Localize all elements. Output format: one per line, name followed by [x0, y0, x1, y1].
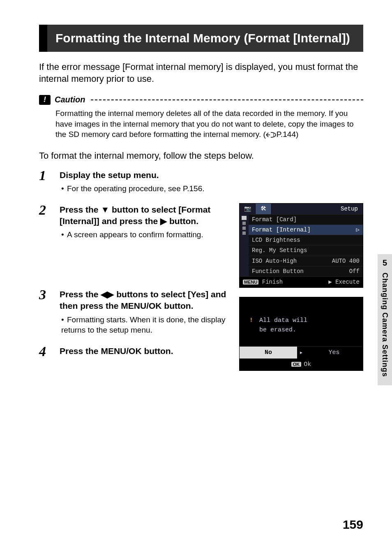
camera-lcd-setup-menu: 📷 🛠 Setup Format [Card] Format [Internal… [239, 203, 363, 288]
lcd-menu-label: LCD Brightness [252, 236, 300, 244]
step-sub: •For the operating procedure, see P.156. [60, 183, 363, 194]
lcd-ok-label: Ok [304, 361, 311, 368]
caution-header: ! Caution [39, 95, 363, 105]
caution-divider [91, 99, 363, 100]
step-2-row: 2 Press the ▼ button to select [Format [… [39, 203, 363, 288]
right-arrow-icon: ▶ [160, 216, 167, 226]
lcd-menu-item-selected: Format [Internal]▷ [249, 224, 363, 235]
lcd-title: Setup [272, 205, 363, 213]
step-sub-text: For the operating procedure, see P.156. [67, 184, 205, 193]
lcd-menu-item: LCD Brightness [249, 235, 363, 245]
right-caret-icon: ▷ [356, 226, 360, 234]
lcd-menu-value: AUTO 400 [332, 257, 360, 265]
lead-paragraph: To format the internal memory, follow th… [39, 150, 363, 161]
right-caret-icon: ▸ [297, 347, 305, 359]
lcd-menu-item: Reg. My Settings [249, 245, 363, 255]
caution-text-prefix: Formatting the internal memory deletes a… [55, 109, 354, 139]
lcd-footer-execute: Execute [335, 279, 360, 285]
page-number: 159 [343, 518, 363, 532]
step-3-row: 3 Press the ◀▶ buttons to select [Yes] a… [39, 288, 363, 371]
step-heading-part: Press the [60, 289, 101, 299]
step-4: 4 Press the MENU/OK button. [39, 345, 229, 359]
left-right-arrow-icon: ◀▶ [101, 289, 114, 299]
step-sub-text: A screen appears to confirm formatting. [67, 230, 203, 239]
section-title: Formatting the Internal Memory (Format [… [55, 30, 355, 46]
lcd-footer-finish: Finish [262, 279, 283, 285]
page: Formatting the Internal Memory (Format [… [0, 0, 392, 553]
caution-text-suffix: ) [296, 130, 298, 139]
step-sub-text: Formatting starts. When it is done, the … [61, 315, 225, 335]
menu-badge-icon: MENU [243, 280, 258, 285]
step-sub: •Formatting starts. When it is done, the… [60, 315, 229, 336]
intro-paragraph: If the error message [Format internal me… [39, 61, 363, 85]
step-number: 4 [39, 345, 52, 359]
lcd-menu-item: Function ButtonOff [249, 266, 363, 276]
side-chapter-tab: 5 Changing Camera Settings [378, 254, 392, 385]
lcd-dialog-top [240, 297, 363, 305]
lcd-dialog-message: ! All data will be erased. [240, 305, 363, 346]
lcd-tab-shoot-icon: 📷 [240, 204, 256, 214]
chapter-label: Changing Camera Settings [380, 273, 389, 377]
lcd-tab-bar: 📷 🛠 Setup [240, 204, 363, 214]
lcd-dialog-ok-hint: OKOk [240, 359, 363, 370]
cross-reference-icon [266, 132, 277, 138]
lcd-dialog-line2: be erased. [259, 326, 296, 333]
lcd-tab-setup-icon: 🛠 [256, 204, 272, 214]
step-sub: •A screen appears to confirm formatting. [60, 229, 229, 240]
lcd-footer: MENU Finish ▶ Execute [240, 276, 363, 287]
step-heading: Press the ▼ button to select [Format [In… [60, 204, 229, 227]
lcd-menu-label: Function Button [252, 268, 304, 275]
lcd-menu-label: Reg. My Settings [252, 247, 307, 254]
step-1: 1 Display the setup menu. •For the opera… [39, 169, 363, 198]
caution-icon: ! [39, 95, 51, 105]
section-title-block: Formatting the Internal Memory (Format [… [39, 25, 363, 52]
lcd-menu-label: ISO Auto-High [252, 257, 297, 265]
step-heading: Press the MENU/OK button. [60, 345, 229, 357]
lcd-choice-yes: Yes [305, 347, 363, 359]
lcd-menu-item: ISO Auto-HighAUTO 400 [249, 256, 363, 266]
ok-badge-icon: OK [291, 362, 302, 367]
lcd-dialog-line1: All data will [259, 317, 307, 324]
lcd-menu-label: Format [Internal] [252, 226, 311, 234]
camera-lcd-confirm-dialog: ! All data will be erased. No ▸ Yes OKOk [239, 297, 363, 371]
steps-list: 1 Display the setup menu. •For the opera… [39, 169, 363, 371]
step-heading: Press the ◀▶ buttons to select [Yes] and… [60, 289, 229, 312]
step-3: 3 Press the ◀▶ buttons to select [Yes] a… [39, 288, 229, 340]
lcd-menu-label: Format [Card] [252, 216, 297, 223]
lcd-choice-no: No [240, 347, 297, 359]
step-heading-part: button. [167, 216, 198, 226]
caution-label: Caution [55, 95, 85, 104]
step-number: 3 [39, 288, 52, 340]
lcd-menu-item: Format [Card] [249, 214, 363, 224]
lcd-menu-list: Format [Card] Format [Internal]▷ LCD Bri… [249, 214, 363, 276]
step-heading-part: Press the [60, 205, 101, 214]
lcd-scroll-indicator [240, 214, 249, 276]
step-2: 2 Press the ▼ button to select [Format [… [39, 203, 229, 244]
right-arrow-icon: ▶ [328, 279, 332, 285]
step-heading: Display the setup menu. [60, 169, 363, 181]
caution-body: Formatting the internal memory deletes a… [55, 108, 363, 140]
step-number: 1 [39, 169, 52, 198]
caution-page-ref: P.144 [277, 130, 296, 139]
warning-icon: ! [249, 316, 253, 326]
lcd-dialog-choices: No ▸ Yes [240, 346, 363, 359]
lcd-menu-value: Off [349, 268, 360, 275]
down-arrow-icon: ▼ [101, 205, 109, 214]
step-number: 2 [39, 203, 52, 244]
chapter-number: 5 [378, 258, 392, 268]
